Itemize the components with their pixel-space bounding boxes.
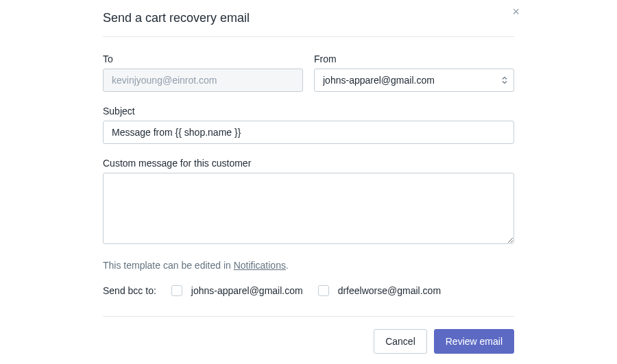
custom-message-textarea[interactable] [103,173,514,244]
bcc-row: Send bcc to: johns-apparel@gmail.com drf… [103,283,514,298]
bcc-checkbox-1[interactable] [318,285,329,296]
to-label: To [103,53,303,64]
close-button[interactable]: × [512,5,520,18]
subject-input[interactable] [103,121,514,144]
subject-label: Subject [103,106,514,117]
notifications-link[interactable]: Notifications [234,260,286,271]
bcc-label: Send bcc to: [103,285,156,296]
review-email-button[interactable]: Review email [434,329,514,354]
from-select[interactable]: johns-apparel@gmail.com [314,69,514,92]
close-icon: × [512,5,520,19]
note-suffix: . [286,260,289,271]
from-label: From [314,53,514,64]
modal-body: To From johns-apparel@gmail.com Subject [103,37,514,316]
bcc-checkbox-0[interactable] [171,285,182,296]
bcc-email-1: drfeelworse@gmail.com [338,285,441,296]
modal-footer: Cancel Review email [103,316,514,354]
template-note: This template can be edited in Notificat… [103,260,514,271]
modal-header: Send a cart recovery email × [103,0,514,37]
bcc-email-0: johns-apparel@gmail.com [191,285,303,296]
custom-message-label: Custom message for this customer [103,158,514,169]
note-prefix: This template can be edited in [103,260,234,271]
cancel-button[interactable]: Cancel [374,329,427,354]
send-cart-recovery-modal: Send a cart recovery email × To From joh… [103,0,514,354]
bcc-option-0[interactable]: johns-apparel@gmail.com [169,283,303,298]
to-input [103,69,303,92]
modal-title: Send a cart recovery email [103,11,250,25]
bcc-option-1[interactable]: drfeelworse@gmail.com [315,283,441,298]
